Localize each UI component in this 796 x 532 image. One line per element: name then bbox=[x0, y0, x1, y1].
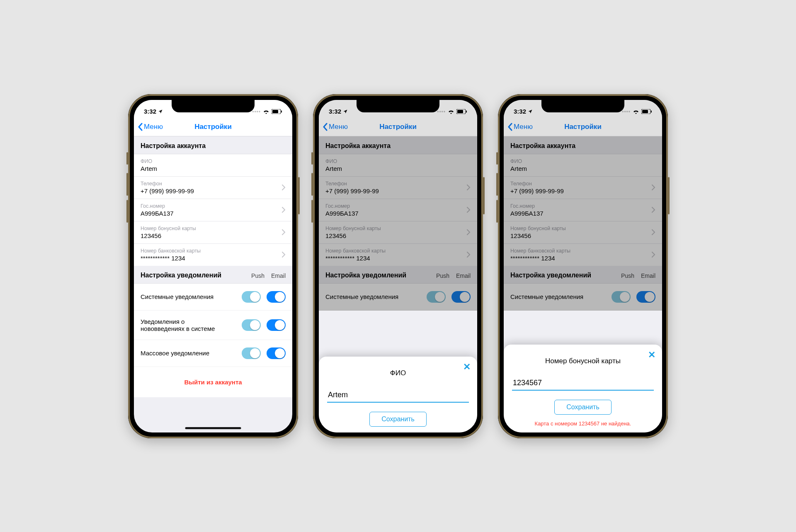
chevron-right-icon bbox=[282, 229, 286, 236]
save-button[interactable]: Сохранить bbox=[554, 400, 612, 415]
col-email: Email bbox=[456, 272, 471, 279]
notifications-section-header: Настройка уведомлений PushEmail bbox=[319, 266, 477, 284]
notif-row-mass: Массовое уведомление bbox=[134, 340, 292, 367]
notif-system-label: Системные уведомления bbox=[325, 293, 398, 300]
notif-row-system: Системные уведомления bbox=[134, 284, 292, 311]
back-button[interactable]: Меню bbox=[319, 123, 348, 131]
notif-header-label: Настройка уведомлений bbox=[510, 272, 591, 279]
phone-value: +7 (999) 999-99-99 bbox=[510, 187, 564, 194]
plate-label: Гос.номер bbox=[325, 203, 359, 209]
col-email: Email bbox=[271, 272, 286, 279]
toggle-mass-email[interactable] bbox=[267, 347, 286, 359]
row-bonus-card[interactable]: Номер бонусной карты 123456 bbox=[134, 221, 292, 244]
col-push: Push bbox=[251, 272, 265, 279]
phone-value: +7 (999) 999-99-99 bbox=[141, 187, 194, 194]
chevron-left-icon bbox=[322, 123, 328, 131]
wifi-icon bbox=[448, 109, 454, 114]
row-phone[interactable]: Телефон+7 (999) 999-99-99 bbox=[504, 177, 662, 199]
toggle-mass-push[interactable] bbox=[242, 347, 261, 359]
chevron-right-icon bbox=[651, 184, 655, 191]
row-bank-card[interactable]: Номер банковской карты ************ 1234 bbox=[134, 244, 292, 266]
row-plate[interactable]: Гос.номерА999БА137 bbox=[504, 199, 662, 221]
row-bank-card[interactable]: Номер банковской карты************ 1234 bbox=[504, 244, 662, 266]
toggle-system-email[interactable] bbox=[267, 291, 286, 303]
row-fio[interactable]: ФИОArtem bbox=[504, 154, 662, 177]
svg-rect-7 bbox=[642, 110, 648, 113]
battery-icon bbox=[272, 109, 282, 114]
back-button[interactable]: Меню bbox=[504, 123, 533, 131]
row-fio[interactable]: ФИО Artem bbox=[134, 154, 292, 177]
location-icon bbox=[343, 109, 348, 114]
toggle-system-email[interactable] bbox=[636, 291, 655, 303]
back-label: Меню bbox=[514, 123, 533, 131]
toggle-news-push[interactable] bbox=[242, 319, 261, 331]
toggle-news-email[interactable] bbox=[267, 319, 286, 331]
wifi-icon bbox=[633, 109, 639, 114]
nav-bar: Меню Настройки bbox=[504, 118, 662, 136]
battery-icon bbox=[641, 109, 652, 114]
phone-label: Телефон bbox=[141, 181, 194, 187]
row-plate[interactable]: Гос.номерА999БА137 bbox=[319, 199, 477, 221]
bank-value: ************ 1234 bbox=[510, 255, 570, 262]
cell-signal-icon: •••• bbox=[252, 109, 261, 114]
col-email: Email bbox=[641, 272, 655, 279]
save-button[interactable]: Сохранить bbox=[369, 412, 427, 427]
bonus-value: 123456 bbox=[141, 232, 196, 239]
account-section-header: Настройка аккаунта bbox=[504, 136, 662, 154]
notch bbox=[357, 100, 439, 112]
home-indicator[interactable] bbox=[185, 427, 241, 429]
bank-label: Номер банковской карты bbox=[325, 248, 386, 254]
phone-frame-3: 3:32 •••• Меню Настройки Настройка bbox=[498, 94, 668, 438]
back-label: Меню bbox=[329, 123, 348, 131]
plate-value: А999БА137 bbox=[141, 210, 174, 217]
row-fio[interactable]: ФИОArtem bbox=[319, 154, 477, 177]
notifications-section-header: Настройка уведомлений Push Email bbox=[134, 266, 292, 284]
chevron-right-icon bbox=[282, 251, 286, 258]
svg-rect-1 bbox=[272, 110, 278, 113]
fio-value: Artem bbox=[141, 165, 157, 172]
row-phone[interactable]: Телефон +7 (999) 999-99-99 bbox=[134, 177, 292, 199]
row-bonus-card[interactable]: Номер бонусной карты123456 bbox=[504, 221, 662, 244]
bonus-card-input[interactable] bbox=[512, 376, 654, 391]
notch bbox=[541, 100, 624, 112]
phone-frame-1: 3:32 •••• Меню Настройки Настройка bbox=[128, 94, 298, 438]
row-bank-card[interactable]: Номер банковской карты************ 1234 bbox=[319, 244, 477, 266]
row-plate[interactable]: Гос.номер А999БА137 bbox=[134, 199, 292, 221]
chevron-right-icon bbox=[282, 206, 286, 213]
row-bonus-card[interactable]: Номер бонусной карты123456 bbox=[319, 221, 477, 244]
logout-button[interactable]: Выйти из аккаунта bbox=[134, 367, 292, 397]
bank-value: ************ 1234 bbox=[141, 255, 201, 262]
back-button[interactable]: Меню bbox=[134, 123, 163, 131]
fio-label: ФИО bbox=[510, 158, 527, 164]
col-push: Push bbox=[436, 272, 449, 279]
chevron-right-icon bbox=[466, 229, 471, 236]
sheet-title: Номер бонусной карты bbox=[512, 357, 654, 365]
phone-label: Телефон bbox=[325, 181, 379, 187]
svg-rect-5 bbox=[466, 110, 467, 112]
toggle-system-push[interactable] bbox=[427, 291, 446, 303]
account-header-label: Настройка аккаунта bbox=[325, 142, 391, 150]
close-icon[interactable]: ✕ bbox=[463, 362, 471, 372]
phone-label: Телефон bbox=[510, 181, 564, 187]
account-header-label: Настройка аккаунта bbox=[141, 142, 206, 150]
chevron-right-icon bbox=[282, 184, 286, 191]
back-label: Меню bbox=[144, 123, 163, 131]
fio-label: ФИО bbox=[141, 158, 157, 164]
svg-rect-2 bbox=[281, 110, 282, 112]
account-section-header: Настройка аккаунта bbox=[319, 136, 477, 154]
phone-value: +7 (999) 999-99-99 bbox=[325, 187, 379, 194]
location-icon bbox=[528, 109, 533, 114]
toggle-system-push[interactable] bbox=[612, 291, 631, 303]
fio-input[interactable] bbox=[327, 388, 469, 403]
nav-bar: Меню Настройки bbox=[319, 118, 477, 136]
toggle-system-email[interactable] bbox=[451, 291, 471, 303]
toggle-system-push[interactable] bbox=[242, 291, 261, 303]
error-message: Карта с номером 1234567 не найдена. bbox=[512, 420, 654, 427]
row-phone[interactable]: Телефон+7 (999) 999-99-99 bbox=[319, 177, 477, 199]
edit-sheet-bonus: ✕ Номер бонусной карты Сохранить Карта с… bbox=[504, 345, 662, 432]
plate-label: Гос.номер bbox=[510, 203, 544, 209]
close-icon[interactable]: ✕ bbox=[648, 350, 655, 360]
notif-system-label: Системные уведомления bbox=[510, 293, 583, 300]
bonus-label: Номер бонусной карты bbox=[510, 226, 566, 231]
fio-label: ФИО bbox=[325, 158, 342, 164]
